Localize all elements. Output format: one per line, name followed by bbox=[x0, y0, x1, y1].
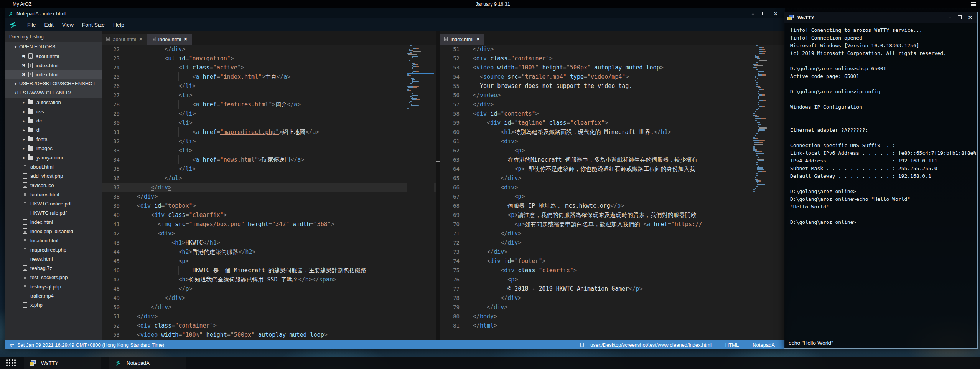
left-minimap[interactable] bbox=[407, 45, 434, 340]
tab-index.html[interactable]: index.html✕ bbox=[147, 34, 192, 45]
sidebar-folder-dl[interactable]: ▸dl bbox=[5, 125, 102, 134]
code-line[interactable]: 75 <div class="clearfix"> bbox=[440, 266, 785, 275]
split-divider[interactable] bbox=[436, 31, 440, 340]
code-line[interactable]: 25 <a href="index.html">主頁</a> bbox=[102, 72, 436, 81]
tab-about.html[interactable]: about.html✕ bbox=[102, 34, 147, 45]
code-line[interactable]: 69 <p>請注意，我們的伺服器為確保玩家及遊玩時的質素，我們對的服器開啟 bbox=[440, 210, 785, 220]
code-line[interactable]: 72 </div> bbox=[440, 238, 785, 247]
code-line[interactable]: 52<div class="container"> bbox=[440, 54, 785, 63]
maximize-icon[interactable] bbox=[958, 15, 962, 19]
sidebar-file-trailer.mp4[interactable]: trailer.mp4 bbox=[5, 291, 102, 300]
code-line[interactable]: 70 <p>如有問題或需要申請白名單，歡迎加入我們的 <a href="http… bbox=[440, 220, 785, 229]
sidebar-section-open-editors[interactable]: ▾OPEN EDITORS bbox=[5, 42, 102, 51]
sidebar-file-index.php_disabled[interactable]: index.php_disabled bbox=[5, 227, 102, 236]
code-line[interactable]: 65 </div> bbox=[440, 174, 785, 183]
code-line[interactable]: 76 <p> bbox=[440, 275, 785, 284]
wstty-titlebar[interactable]: WsTTY – ✕ bbox=[784, 12, 977, 23]
close-editor-icon[interactable]: ✖ bbox=[22, 54, 25, 59]
code-line[interactable]: 53<video width="100%" height="500px" aut… bbox=[440, 63, 785, 72]
code-line[interactable]: 33 <li> bbox=[102, 146, 436, 155]
code-line[interactable]: 22 </div> bbox=[102, 45, 436, 54]
sidebar-file-about.html[interactable]: about.html bbox=[5, 162, 102, 171]
sidebar-file-favicon.ico[interactable]: favicon.ico bbox=[5, 180, 102, 190]
code-line[interactable]: 51</div> bbox=[440, 45, 785, 54]
code-line[interactable]: 23 <ul id="navigation"> bbox=[102, 54, 436, 63]
close-icon[interactable]: ✕ bbox=[968, 15, 972, 20]
sidebar-file-test_sockets.php[interactable]: test_sockets.php bbox=[5, 273, 102, 282]
code-line[interactable]: 39<div id="topbox"> bbox=[102, 201, 436, 210]
code-line[interactable]: 81</html> bbox=[440, 321, 785, 330]
code-line[interactable]: 38</div> bbox=[102, 192, 436, 201]
minimap-viewport-indicator[interactable] bbox=[407, 73, 434, 74]
sidebar-folder-dc[interactable]: ▸dc bbox=[5, 116, 102, 125]
sidebar-file-location.html[interactable]: location.html bbox=[5, 236, 102, 245]
app-launcher-icon[interactable] bbox=[6, 359, 16, 366]
code-line[interactable]: 63 在香港的Minecraft 伺服器中，多為小遊戲和純生存的伺服器，較少擁有 bbox=[440, 155, 785, 164]
close-icon[interactable]: ✕ bbox=[774, 11, 778, 16]
open-editor-item[interactable]: ✖index.html bbox=[5, 61, 102, 70]
code-line[interactable]: 48 </p> bbox=[102, 284, 436, 293]
code-line[interactable]: 62 <p> bbox=[440, 146, 785, 155]
code-line[interactable]: 49 </div> bbox=[102, 293, 436, 303]
code-line[interactable]: 30 <li> bbox=[102, 118, 436, 127]
code-line[interactable]: 28 <a href="features.html">簡介</a> bbox=[102, 100, 436, 109]
sidebar-folder-images[interactable]: ▸images bbox=[5, 144, 102, 153]
code-line[interactable]: 26 </li> bbox=[102, 81, 436, 91]
sidebar-file-x.php[interactable]: x.php bbox=[5, 300, 102, 309]
code-line[interactable]: 37 </div> bbox=[102, 183, 436, 192]
sidebar-file-teabag.7z[interactable]: teabag.7z bbox=[5, 263, 102, 273]
sidebar-file-features.html[interactable]: features.html bbox=[5, 190, 102, 199]
code-line[interactable]: 53<video width="100%" height="500px" aut… bbox=[102, 330, 436, 339]
menu-edit[interactable]: Edit bbox=[40, 22, 58, 28]
code-line[interactable]: 64 <p> 即使你不是建築師，你也能透過紅石師或鐵路工程師的身份加入我 bbox=[440, 164, 785, 174]
tab-index.html[interactable]: index.html✕ bbox=[440, 34, 484, 45]
code-line[interactable]: 59 <div id="tagline" class="clearfix"> bbox=[440, 118, 785, 127]
minimize-icon[interactable]: – bbox=[949, 15, 951, 20]
code-line[interactable]: 31 <a href="mapredirect.php">網上地圖</a> bbox=[102, 127, 436, 137]
sidebar-folder-css[interactable]: ▸css bbox=[5, 107, 102, 116]
right-minimap[interactable] bbox=[753, 45, 771, 340]
code-line[interactable]: 52<div class="container"> bbox=[102, 321, 436, 330]
code-line[interactable]: 27 <li> bbox=[102, 91, 436, 100]
maximize-icon[interactable] bbox=[762, 12, 766, 15]
code-line[interactable]: 50 </div> bbox=[102, 303, 436, 312]
sidebar-folder-fonts[interactable]: ▸fonts bbox=[5, 134, 102, 144]
code-line[interactable]: 45 <p> bbox=[102, 256, 436, 266]
close-editor-icon[interactable]: ✖ bbox=[22, 63, 25, 68]
minimize-icon[interactable]: – bbox=[752, 11, 754, 16]
sidebar-file-add_vhost.php[interactable]: add_vhost.php bbox=[5, 171, 102, 180]
code-line[interactable]: 58<div id="contents"> bbox=[440, 109, 785, 118]
code-line[interactable]: 78 </div> bbox=[440, 293, 785, 303]
taskbar-item-wstty[interactable]: WsTTY bbox=[24, 357, 101, 369]
code-line[interactable]: 51</div> bbox=[102, 312, 436, 321]
sidebar-file-HKWTC_rule.pdf[interactable]: HKWTC rule.pdf bbox=[5, 208, 102, 217]
code-line[interactable]: 68 伺服器 IP 地址為： mcs.hkwtc.org</p> bbox=[440, 201, 785, 210]
code-line[interactable]: 74 <div id="footer"> bbox=[440, 256, 785, 266]
status-file-path[interactable]: user:/Desktop/screenshot/test/www cleane… bbox=[590, 342, 712, 348]
open-editor-item[interactable]: ✖index.html bbox=[5, 70, 102, 79]
menu-help[interactable]: Help bbox=[109, 22, 128, 28]
code-line[interactable]: 42 <div> bbox=[102, 229, 436, 238]
close-editor-icon[interactable]: ✖ bbox=[22, 72, 25, 77]
code-line[interactable]: 35 </li> bbox=[102, 164, 436, 174]
sidebar-folder-autostation[interactable]: ▸autostation bbox=[5, 98, 102, 107]
code-line[interactable]: 77 © 2018 - 2019 HKWTC Animation Gamer</… bbox=[440, 284, 785, 293]
tab-close-icon[interactable]: ✕ bbox=[139, 36, 143, 42]
menu-file[interactable]: File bbox=[23, 22, 40, 28]
code-line[interactable]: 29 </li> bbox=[102, 109, 436, 118]
notepada-titlebar[interactable]: NotepadA - index.html – ✕ bbox=[5, 8, 785, 18]
terminal-output[interactable]: [info] Conencting to arozos WsTTY servic… bbox=[784, 23, 977, 337]
code-line[interactable]: 36 </ul> bbox=[102, 174, 436, 183]
code-line[interactable]: 34 <a href="news.html">玩家傳送門</a> bbox=[102, 155, 436, 164]
terminal-input[interactable]: echo "Hello World" bbox=[784, 337, 977, 348]
right-code-area[interactable]: 51</div>52<div class="container">53<vide… bbox=[440, 45, 785, 340]
code-line[interactable]: 43 <h1>HKWTC</h1> bbox=[102, 238, 436, 247]
code-line[interactable]: 79 </div> bbox=[440, 303, 785, 312]
code-line[interactable]: 46 HKWTC 是一個 Minecraft 的建築伺服器，主要建築計劃包括鐵路 bbox=[102, 266, 436, 275]
tab-close-icon[interactable]: ✕ bbox=[476, 36, 480, 42]
sidebar-folder-yamiyamimi[interactable]: ▸yamiyamimi bbox=[5, 153, 102, 162]
code-line[interactable]: 32 </li> bbox=[102, 137, 436, 146]
menu-font-size[interactable]: Font Size bbox=[78, 22, 109, 28]
sidebar-file-HKWTC_notice.pdf[interactable]: HKWTC notice.pdf bbox=[5, 199, 102, 208]
code-line[interactable]: 41 <img src="images/box.png" height="342… bbox=[102, 220, 436, 229]
